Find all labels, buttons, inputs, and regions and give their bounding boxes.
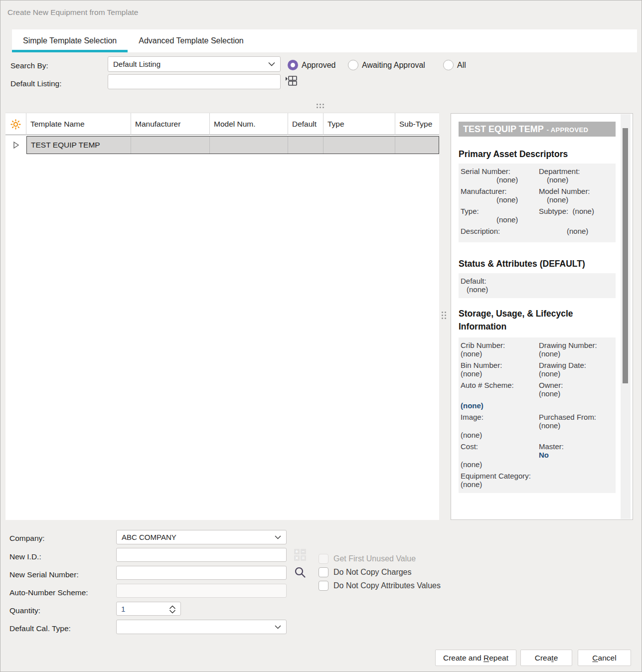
template-details-panel: TEST EQUIP TEMP - APPROVED Primary Asset… bbox=[451, 113, 633, 520]
listing-picker-icon[interactable] bbox=[285, 74, 298, 88]
sun-icon bbox=[10, 119, 21, 130]
new-serial-number-field bbox=[116, 566, 287, 580]
new-serial-number-input[interactable] bbox=[117, 566, 286, 579]
radio-approved-label: Approved bbox=[302, 61, 336, 70]
create-equipment-dialog: Create New Equipment from Template Simpl… bbox=[0, 0, 642, 672]
horizontal-splitter-grip[interactable] bbox=[317, 104, 324, 108]
radio-approved[interactable] bbox=[288, 60, 298, 70]
checkbox-do-not-copy-attributes-values-label: Do Not Copy Attributes Values bbox=[333, 581, 441, 590]
cancel-button[interactable]: Cancel bbox=[578, 650, 631, 666]
default-listing-input[interactable] bbox=[108, 75, 280, 89]
auto-number-scheme-label: Auto-Number Scheme: bbox=[9, 588, 88, 597]
column-header-sub-type[interactable]: Sub-Type bbox=[395, 113, 439, 135]
search-by-label: Search By: bbox=[10, 61, 48, 70]
create-and-repeat-button[interactable]: Create and Repeat bbox=[435, 650, 516, 666]
tab-label: Advanced Template Selection bbox=[139, 36, 244, 45]
field-master: Master: No bbox=[539, 442, 614, 469]
field-cost: Cost: (none) bbox=[461, 442, 538, 469]
section-status-attributes: Status & Attributes (DEFAULT) Default: (… bbox=[459, 257, 616, 298]
company-value: ABC COMPANY bbox=[122, 533, 275, 541]
template-grid: Template Name Manufacturer Model Num. De… bbox=[5, 113, 439, 520]
quantity-input[interactable] bbox=[117, 602, 164, 615]
table-row[interactable]: TEST EQUIP TEMP bbox=[5, 136, 439, 154]
field-drawing-number: Drawing Number: (none) bbox=[539, 341, 614, 358]
default-listing-field bbox=[108, 74, 281, 89]
new-id-input[interactable] bbox=[117, 548, 286, 561]
quantity-stepper bbox=[116, 602, 181, 616]
field-owner: Owner: (none) bbox=[539, 381, 614, 410]
tab-strip: Simple Template Selection Advanced Templ… bbox=[12, 29, 637, 52]
section-heading: Primary Asset Descriptors bbox=[459, 148, 616, 161]
checkbox-do-not-copy-charges[interactable] bbox=[319, 567, 328, 577]
create-button[interactable]: Create bbox=[520, 650, 572, 666]
expand-triangle-icon bbox=[12, 141, 19, 149]
grid-header-options[interactable] bbox=[5, 113, 26, 135]
grid-header: Template Name Manufacturer Model Num. De… bbox=[5, 113, 439, 135]
details-header: TEST EQUIP TEMP - APPROVED bbox=[459, 122, 616, 137]
company-dropdown[interactable]: ABC COMPANY bbox=[116, 530, 287, 544]
search-by-dropdown[interactable]: Default Listing bbox=[108, 56, 281, 72]
column-header-manufacturer[interactable]: Manufacturer bbox=[131, 113, 210, 135]
search-by-value: Default Listing bbox=[113, 60, 268, 68]
auto-number-scheme-input[interactable] bbox=[117, 584, 286, 597]
new-serial-number-label: New Serial Number: bbox=[9, 570, 79, 579]
chevron-down-icon bbox=[275, 535, 281, 539]
auto-number-generate-icon[interactable]: +−×= bbox=[294, 549, 306, 561]
radio-all[interactable] bbox=[443, 60, 454, 70]
checkbox-do-not-copy-attributes-values[interactable] bbox=[319, 581, 328, 591]
search-icon[interactable] bbox=[294, 566, 307, 579]
section-heading: Status & Attributes (DEFAULT) bbox=[459, 257, 616, 270]
checkbox-get-first-unused-value[interactable] bbox=[319, 554, 328, 564]
tab-simple-template-selection[interactable]: Simple Template Selection bbox=[12, 29, 128, 52]
column-header-type[interactable]: Type bbox=[323, 113, 395, 135]
radio-awaiting-approval[interactable] bbox=[348, 60, 358, 70]
row-selected-band: TEST EQUIP TEMP bbox=[26, 136, 439, 154]
field-drawing-date: Drawing Date: (none) bbox=[539, 361, 614, 378]
section-storage-usage-lifecycle: Storage, Usage, & Lifecycle Information … bbox=[459, 307, 616, 493]
details-template-name: TEST EQUIP TEMP bbox=[463, 122, 544, 137]
field-model-number: Model Number: (none) bbox=[539, 187, 614, 204]
field-department: Department: (none) bbox=[539, 167, 614, 184]
cell-template-name: TEST EQUIP TEMP bbox=[27, 137, 131, 154]
spinner-icon[interactable] bbox=[168, 605, 177, 614]
field-bin-number: Bin Number: (none) bbox=[461, 361, 538, 378]
field-description: Description: (none) bbox=[461, 227, 614, 238]
column-header-default[interactable]: Default bbox=[288, 113, 323, 135]
cell-manufacturer bbox=[131, 137, 210, 154]
details-scrollbar-track[interactable] bbox=[621, 114, 631, 519]
section-primary-asset-descriptors: Primary Asset Descriptors Serial Number:… bbox=[459, 148, 616, 242]
field-equipment-category: Equipment Category: (none) bbox=[461, 472, 538, 489]
default-cal-type-dropdown[interactable] bbox=[116, 620, 287, 634]
tab-label: Simple Template Selection bbox=[23, 36, 117, 45]
auto-number-scheme-field bbox=[116, 584, 287, 598]
chevron-down-icon bbox=[275, 625, 281, 629]
new-id-field bbox=[116, 548, 287, 562]
quantity-label: Quantity: bbox=[9, 606, 40, 615]
cell-default bbox=[288, 137, 323, 154]
field-purchased-from: Purchased From: (none) bbox=[539, 413, 614, 439]
default-cal-type-label: Default Cal. Type: bbox=[9, 624, 71, 633]
column-header-model-num[interactable]: Model Num. bbox=[210, 113, 288, 135]
field-image: Image: (none) bbox=[461, 413, 538, 439]
column-header-template-name[interactable]: Template Name bbox=[26, 113, 131, 135]
checkbox-do-not-copy-charges-label: Do Not Copy Charges bbox=[333, 568, 412, 577]
vertical-splitter-grip[interactable] bbox=[442, 312, 446, 319]
cell-type bbox=[323, 137, 395, 154]
tab-advanced-template-selection[interactable]: Advanced Template Selection bbox=[128, 29, 255, 52]
default-listing-label: Default Listing: bbox=[10, 79, 62, 88]
row-expand-button[interactable] bbox=[5, 136, 26, 154]
section-heading: Storage, Usage, & Lifecycle Information bbox=[459, 307, 603, 334]
field-serial-number: Serial Number: (none) bbox=[461, 167, 538, 184]
cell-sub-type bbox=[395, 137, 439, 154]
new-id-label: New I.D.: bbox=[9, 552, 41, 561]
cell-model-num bbox=[210, 137, 288, 154]
details-scrollbar-thumb[interactable] bbox=[623, 128, 628, 383]
dialog-title: Create New Equipment from Template bbox=[7, 8, 138, 17]
company-label: Company: bbox=[9, 534, 45, 543]
field-default: Default: (none) bbox=[461, 277, 614, 294]
field-type: Type: (none) bbox=[461, 207, 538, 224]
field-auto-number-scheme: Auto # Scheme: (none) bbox=[461, 381, 538, 410]
checkbox-get-first-unused-value-label: Get First Unused Value bbox=[333, 554, 416, 563]
radio-awaiting-approval-label: Awaiting Approval bbox=[362, 61, 425, 70]
field-subtype: Subtype: (none) bbox=[539, 207, 614, 224]
